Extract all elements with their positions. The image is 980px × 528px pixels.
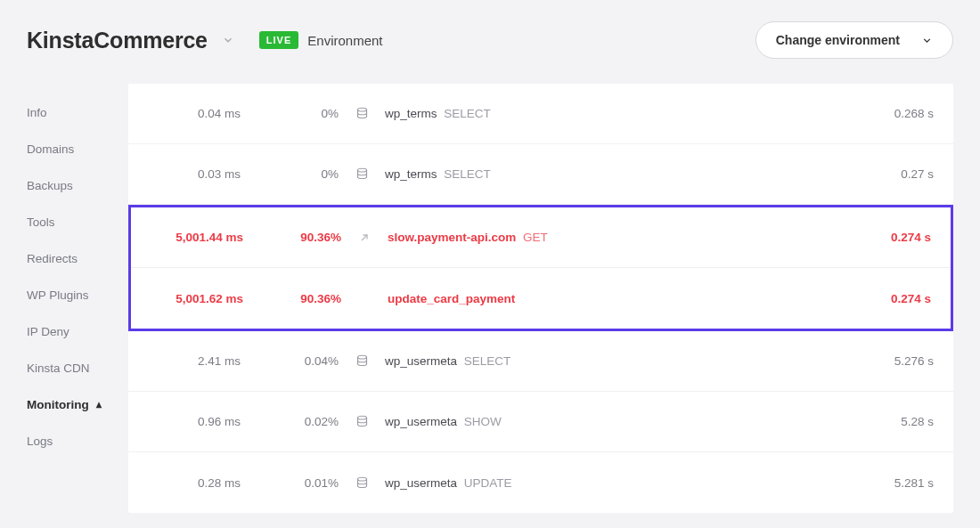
timestamp: 0.274 s bbox=[851, 231, 931, 244]
percent: 90.36% bbox=[243, 292, 341, 305]
sidebar: InfoDomainsBackupsToolsRedirectsWP Plugi… bbox=[0, 84, 128, 513]
sidebar-item-label: Backups bbox=[27, 179, 73, 192]
database-icon bbox=[339, 167, 385, 181]
change-environment-label: Change environment bbox=[776, 33, 900, 47]
database-icon bbox=[339, 476, 385, 490]
change-environment-button[interactable]: Change environment bbox=[755, 21, 953, 59]
percent: 0% bbox=[241, 167, 339, 181]
query-name: wp_terms SELECT bbox=[385, 167, 853, 181]
duration-ms: 5,001.62 ms bbox=[147, 292, 243, 305]
database-icon bbox=[339, 107, 385, 120]
sidebar-item-label: Tools bbox=[27, 215, 55, 229]
percent: 0.02% bbox=[241, 415, 339, 428]
timestamp: 0.268 s bbox=[853, 107, 934, 120]
percent: 90.36% bbox=[243, 231, 341, 244]
svg-point-0 bbox=[357, 108, 366, 111]
query-name: update_card_payment bbox=[388, 292, 851, 305]
chevron-down-icon[interactable] bbox=[222, 34, 234, 46]
duration-ms: 0.04 ms bbox=[144, 107, 241, 120]
sidebar-item-ip-deny[interactable]: IP Deny bbox=[27, 313, 128, 350]
duration-ms: 0.96 ms bbox=[144, 415, 241, 428]
database-icon bbox=[339, 415, 385, 428]
site-title: KinstaCommerce bbox=[27, 28, 208, 53]
query-name: wp_terms SELECT bbox=[385, 107, 853, 120]
sidebar-item-domains[interactable]: Domains bbox=[27, 131, 128, 167]
timestamp: 5.276 s bbox=[853, 354, 934, 368]
sidebar-item-label: Domains bbox=[27, 142, 74, 156]
percent: 0.01% bbox=[241, 476, 339, 490]
timestamp: 5.28 s bbox=[853, 415, 934, 428]
duration-ms: 2.41 ms bbox=[144, 354, 241, 368]
sidebar-item-logs[interactable]: Logs bbox=[27, 423, 128, 459]
svg-point-3 bbox=[357, 355, 366, 359]
sidebar-item-kinsta-cdn[interactable]: Kinsta CDN bbox=[27, 350, 128, 386]
table-row[interactable]: 0.96 ms0.02%wp_usermeta SHOW5.28 s bbox=[128, 392, 953, 452]
percent: 0.04% bbox=[241, 354, 339, 368]
table-row[interactable]: 0.28 ms0.01%wp_usermeta UPDATE5.281 s bbox=[128, 452, 953, 513]
environment-label: Environment bbox=[307, 33, 382, 48]
timestamp: 0.274 s bbox=[851, 292, 931, 305]
query-name: wp_usermeta SHOW bbox=[385, 415, 853, 428]
sidebar-item-backups[interactable]: Backups bbox=[27, 167, 128, 204]
svg-point-1 bbox=[357, 168, 366, 172]
sidebar-item-tools[interactable]: Tools bbox=[27, 204, 128, 240]
sidebar-item-label: Monitoring bbox=[27, 398, 89, 411]
percent: 0% bbox=[241, 107, 339, 120]
sidebar-item-label: WP Plugins bbox=[27, 288, 89, 302]
duration-ms: 0.28 ms bbox=[144, 476, 241, 490]
duration-ms: 0.03 ms bbox=[144, 167, 241, 181]
table-row[interactable]: 2.41 ms0.04%wp_usermeta SELECT5.276 s bbox=[128, 331, 953, 392]
sidebar-item-info[interactable]: Info bbox=[27, 94, 128, 131]
timestamp: 5.281 s bbox=[853, 476, 934, 490]
external-link-icon bbox=[341, 232, 388, 243]
sidebar-item-label: Logs bbox=[27, 435, 53, 448]
live-badge: LIVE bbox=[259, 31, 298, 49]
sidebar-item-monitoring[interactable]: Monitoring bbox=[27, 386, 128, 423]
sidebar-item-wp-plugins[interactable]: WP Plugins bbox=[27, 277, 128, 313]
svg-point-5 bbox=[357, 477, 366, 481]
indicator-icon bbox=[94, 401, 103, 410]
sidebar-item-label: Info bbox=[27, 106, 47, 119]
svg-point-4 bbox=[357, 416, 366, 419]
table-row[interactable]: 5,001.44 ms90.36%slow.payment-api.com GE… bbox=[131, 207, 951, 268]
sidebar-item-label: IP Deny bbox=[27, 325, 69, 338]
highlighted-rows: 5,001.44 ms90.36%slow.payment-api.com GE… bbox=[128, 205, 953, 331]
sidebar-item-label: Redirects bbox=[27, 252, 78, 265]
monitoring-table: 0.04 ms0%wp_terms SELECT0.268 s0.03 ms0%… bbox=[128, 84, 953, 513]
table-row[interactable]: 0.04 ms0%wp_terms SELECT0.268 s bbox=[128, 84, 953, 144]
sidebar-item-redirects[interactable]: Redirects bbox=[27, 240, 128, 277]
svg-line-2 bbox=[362, 235, 367, 240]
table-row[interactable]: 5,001.62 ms90.36%update_card_payment0.27… bbox=[131, 268, 951, 329]
timestamp: 0.27 s bbox=[853, 167, 934, 181]
sidebar-item-label: Kinsta CDN bbox=[27, 361, 90, 375]
query-name: wp_usermeta UPDATE bbox=[385, 476, 853, 490]
duration-ms: 5,001.44 ms bbox=[147, 231, 243, 244]
table-row[interactable]: 0.03 ms0%wp_terms SELECT0.27 s bbox=[128, 144, 953, 205]
database-icon bbox=[339, 354, 385, 368]
query-name: wp_usermeta SELECT bbox=[385, 354, 853, 368]
chevron-down-icon bbox=[921, 35, 933, 46]
header: KinstaCommerce LIVE Environment Change e… bbox=[0, 0, 980, 84]
query-name: slow.payment-api.com GET bbox=[388, 231, 851, 244]
